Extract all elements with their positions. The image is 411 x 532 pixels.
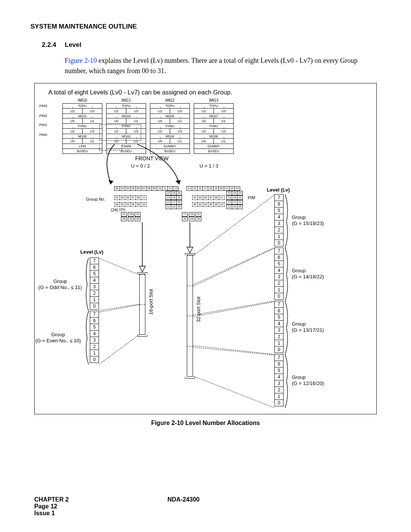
body-paragraph: Figure 2-10 explains the Level (Lv) numb…	[65, 56, 377, 76]
group-label-right: Group(G = 14/18/22)	[292, 268, 324, 280]
mg-cell: MG01	[63, 113, 102, 118]
dashed-line	[193, 301, 274, 315]
figure-reference-link[interactable]: Figure 2-10	[65, 57, 97, 64]
level-cell: 6	[90, 264, 99, 271]
u-cell: U1	[214, 139, 233, 144]
num-cell: 13	[226, 200, 232, 204]
img-cell: TSWM	[107, 144, 146, 149]
level-title-right: Level (Lv)	[267, 187, 290, 193]
level-cell: 7	[90, 311, 99, 318]
paren-24: (24)	[111, 208, 118, 212]
dashed-line	[193, 248, 274, 286]
slot-32-label: 32-port Slot	[196, 297, 201, 322]
u-cell: U1	[170, 118, 190, 123]
u-cell: U3	[214, 129, 233, 134]
num-cell: 02	[198, 202, 203, 207]
img-column: IMG3TOPUU2U3MG07U0U1FANUU2U3MG06U0U1DUMM…	[194, 98, 234, 154]
num-cell: 31	[196, 212, 201, 217]
u-row: U2U3	[150, 108, 190, 113]
level-cell: 7	[274, 248, 284, 254]
u-cell: U2	[107, 109, 126, 113]
level-cell: 1	[274, 286, 284, 293]
num-cell: 18	[208, 186, 213, 191]
u-cell: U2	[194, 129, 214, 134]
level-cell: 5	[90, 270, 99, 277]
num-cell: 00	[114, 186, 120, 191]
u-row: U0U1	[63, 138, 102, 144]
pim-label: PIM0	[39, 132, 47, 137]
level-stack: 76543210	[274, 248, 284, 300]
level-cell: 0	[274, 346, 284, 353]
num-cell: 16	[171, 204, 177, 209]
group-label-line: Group	[35, 332, 81, 338]
group-label-line: Group	[292, 374, 306, 380]
num-cell: 14	[186, 186, 192, 191]
slot-16	[139, 274, 145, 335]
num-cell: 05	[125, 195, 131, 200]
u-row: U2U3	[194, 128, 233, 134]
num-cell: 09	[135, 195, 141, 200]
brace-icon	[84, 258, 89, 311]
slot-32	[187, 255, 193, 377]
u-cell: U2	[63, 129, 83, 134]
img-stack: TOPUU2U3MG07U0U1FANUU2U3MG06U0U1DUMMYBAS…	[194, 103, 234, 154]
dashed-line	[99, 304, 139, 311]
level-cell: 2	[274, 333, 284, 340]
group-label-right: Group(G = 12/16/20)	[292, 374, 324, 387]
u-cell: U3	[83, 129, 102, 134]
num-row: 151923	[166, 191, 182, 195]
num-cell: 07	[208, 195, 214, 200]
level-cell: 4	[90, 330, 99, 337]
level-stack: 76543210	[274, 355, 284, 406]
u-cell: U2	[107, 129, 126, 134]
group-label-line: Group	[38, 278, 82, 284]
front-view-label: FRONT VIEW	[64, 155, 239, 161]
num-cell: 08	[135, 202, 141, 207]
u-cell: U1	[83, 118, 102, 123]
num-row: 141822	[227, 195, 243, 200]
img-cell: TOPU	[63, 104, 102, 108]
level-cell: 0	[274, 293, 284, 300]
num-row-dashed: 000204060810	[115, 202, 147, 207]
slot-16-label: 16-port Slot	[148, 289, 154, 315]
mg-cell: MG07	[194, 113, 233, 118]
num-row: 272931	[121, 212, 142, 217]
u-cell: U3	[126, 129, 146, 134]
svg-marker-0	[108, 180, 113, 184]
svg-marker-5	[187, 247, 193, 253]
brace-icon	[284, 301, 290, 355]
num-cell: 15	[166, 191, 171, 195]
dashed-line	[193, 345, 274, 355]
u-cell: U3	[214, 109, 233, 113]
num-row-dashed: 000204060810	[193, 202, 225, 207]
level-cell: 3	[274, 327, 284, 334]
brace-icon	[284, 195, 290, 248]
num-cell: 30	[196, 217, 201, 221]
level-cell: 5	[274, 260, 284, 267]
u-cell: U3	[170, 129, 190, 134]
num-cell: 06	[130, 202, 136, 207]
img-stack: TOPUU2U3MG01U0U1FANUU2U3MG00U0U1LPMBASEU	[62, 103, 102, 154]
group-label-right: Group(G = 15/19/23)	[292, 214, 324, 227]
pim-label: PIM2	[39, 113, 47, 118]
group-label-line: Group	[292, 214, 306, 220]
num-row-dashed: 010305070911	[115, 195, 147, 200]
img-cell: BASEU	[63, 149, 102, 153]
level-stack: 76543210	[90, 311, 99, 363]
img-cell: BASEU	[194, 149, 233, 153]
u-cell: U2	[150, 129, 170, 134]
group-label-line: (G = Odd No., ≤ 11)	[38, 284, 82, 290]
level-cell: 5	[90, 324, 99, 331]
num-cell: 12	[226, 204, 232, 209]
brace-icon	[284, 248, 290, 301]
dashed-line	[193, 302, 274, 317]
num-cell: 09	[213, 195, 219, 200]
num-cell: 12	[166, 204, 171, 209]
dashed-line	[193, 376, 274, 408]
num-cell: 14	[226, 195, 232, 200]
u-cell: U1	[126, 118, 146, 123]
level-cell: 2	[90, 290, 99, 297]
group-label-line: (G = 12/16/20)	[292, 380, 324, 386]
num-cell: 06	[135, 186, 141, 191]
img-col-label: IMG3	[194, 98, 234, 102]
